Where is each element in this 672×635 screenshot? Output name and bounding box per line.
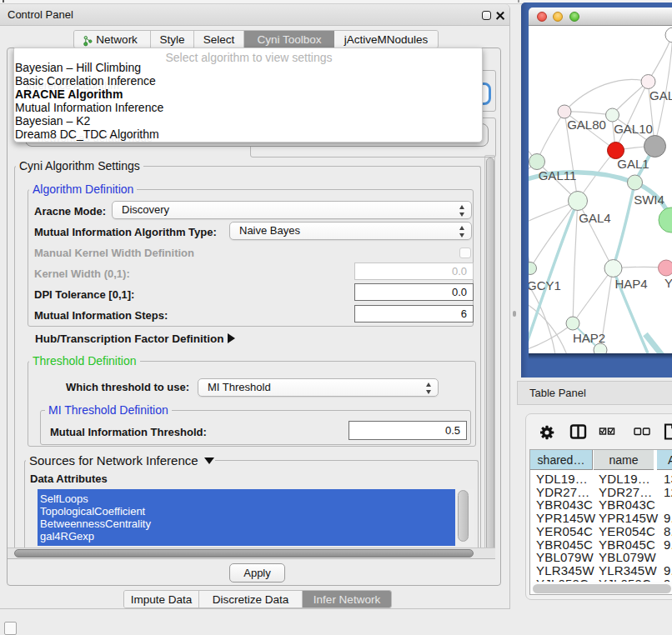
- svg-text:SWI4: SWI4: [634, 192, 664, 207]
- svg-text:GAL1: GAL1: [617, 157, 649, 171]
- svg-text:GCY1: GCY1: [529, 278, 561, 292]
- svg-text:GAL4: GAL4: [579, 211, 610, 225]
- svg-text:GAL80: GAL80: [567, 118, 606, 132]
- svg-text:HAP4: HAP4: [614, 277, 647, 291]
- svg-text:GAL10: GAL10: [614, 122, 653, 136]
- svg-text:Y: Y: [664, 276, 672, 290]
- svg-text:HAP2: HAP2: [573, 331, 605, 345]
- svg-text:GAL2: GAL2: [649, 88, 672, 102]
- svg-text:GAL11: GAL11: [539, 168, 577, 182]
